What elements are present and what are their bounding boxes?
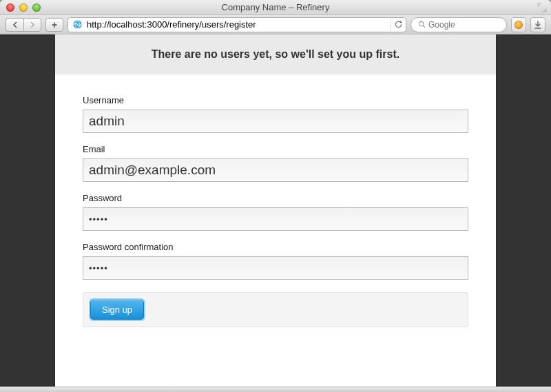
sign-up-button[interactable]: Sign up	[90, 300, 144, 320]
username-label: Username	[83, 95, 468, 105]
password-field-group: Password	[83, 193, 468, 231]
search-field[interactable]: Google	[410, 17, 507, 32]
reload-icon[interactable]	[391, 19, 403, 31]
search-icon	[418, 21, 426, 28]
url-input[interactable]	[87, 19, 386, 30]
password-confirm-label: Password confirmation	[83, 242, 468, 252]
email-input[interactable]	[83, 158, 468, 182]
page-content: There are no users yet, so we'll set you…	[55, 34, 496, 386]
username-field-group: Username	[83, 95, 468, 133]
svg-point-1	[419, 21, 423, 25]
email-field-group: Email	[83, 144, 468, 182]
globe-icon	[72, 19, 83, 30]
search-placeholder: Google	[428, 20, 455, 30]
window-title: Company Name – Refinery	[0, 2, 551, 12]
email-label: Email	[83, 144, 468, 154]
reader-icon	[514, 21, 523, 29]
page-viewport: There are no users yet, so we'll set you…	[0, 34, 551, 386]
status-bar	[0, 386, 551, 392]
username-input[interactable]	[83, 110, 468, 133]
password-label: Password	[83, 193, 468, 203]
password-input[interactable]	[83, 207, 468, 231]
forward-button[interactable]	[23, 18, 41, 32]
download-icon	[534, 21, 542, 29]
password-confirm-input[interactable]	[83, 256, 468, 280]
form-actions: Sign up	[83, 292, 468, 327]
address-bar[interactable]	[67, 17, 406, 32]
password-confirm-field-group: Password confirmation	[83, 242, 468, 280]
register-form: Username Email Password Password confirm…	[55, 74, 496, 342]
banner-message: There are no users yet, so we'll set you…	[55, 34, 496, 74]
fullscreen-icon[interactable]	[537, 3, 547, 12]
browser-toolbar: + Google	[0, 15, 551, 34]
browser-window: Company Name – Refinery + Google	[0, 0, 551, 392]
downloads-button[interactable]	[530, 17, 545, 32]
add-bookmark-button[interactable]: +	[45, 18, 63, 32]
titlebar: Company Name – Refinery	[0, 0, 551, 15]
svg-line-2	[423, 25, 425, 28]
back-button[interactable]	[6, 18, 23, 32]
reader-button[interactable]	[511, 17, 526, 32]
